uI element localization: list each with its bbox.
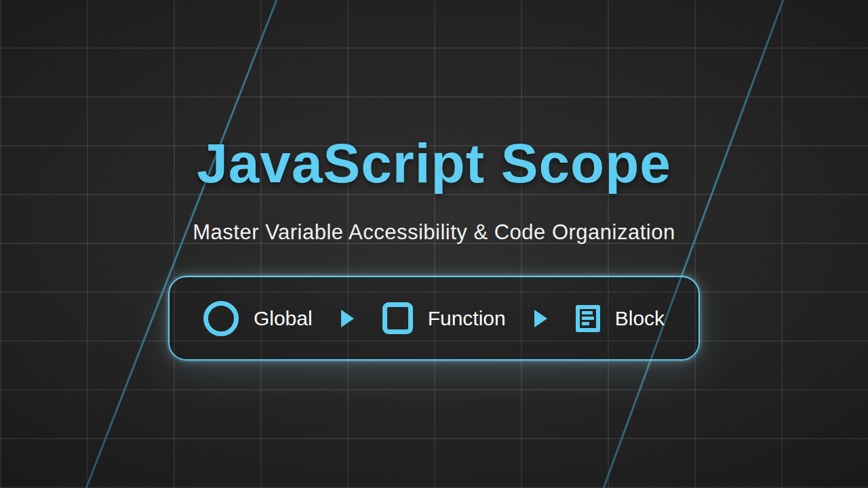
vignette-overlay: [0, 0, 868, 488]
flow-item-function: Function: [382, 302, 506, 334]
triangle-right-icon: [341, 310, 354, 327]
document-line: [582, 311, 593, 314]
flow-item-label: Function: [428, 307, 506, 330]
page-subtitle: Master Variable Accessibility & Code Org…: [0, 222, 868, 243]
page-title: JavaScript Scope: [0, 136, 868, 191]
flow-item-label: Block: [615, 307, 665, 330]
diagonal-line-right: [595, 0, 791, 488]
flow-item-block: Block: [576, 305, 665, 332]
triangle-right-icon: [534, 310, 547, 327]
circle-outline-icon: [203, 301, 239, 336]
document-line: [582, 322, 589, 325]
scope-flow-box: Global Function Block: [168, 276, 700, 361]
document-lines-icon: [576, 305, 600, 332]
thumbnail-canvas: JavaScript Scope Master Variable Accessi…: [0, 0, 868, 488]
flow-item-global: Global: [203, 301, 313, 336]
square-outline-icon: [382, 302, 413, 334]
diagonal-line-left: [78, 0, 284, 488]
document-line: [582, 317, 594, 320]
flow-item-label: Global: [254, 307, 313, 330]
